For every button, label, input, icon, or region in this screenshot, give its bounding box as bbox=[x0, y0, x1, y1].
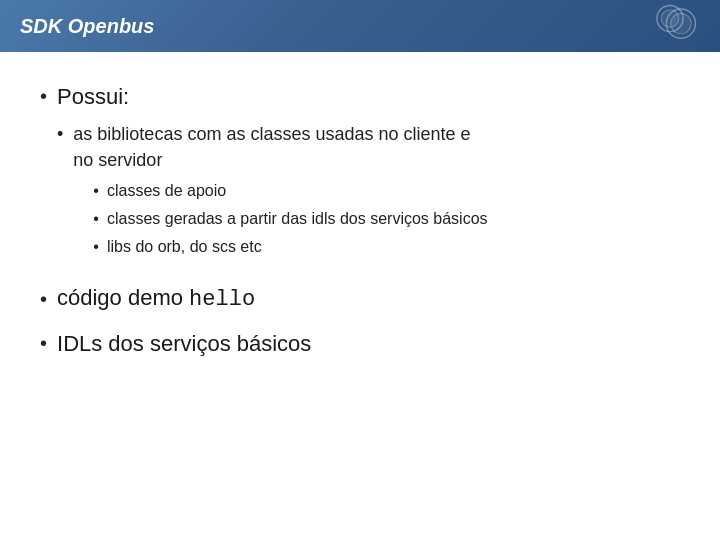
list-item-idls: • IDLs dos serviços básicos bbox=[40, 329, 680, 360]
classes-apoio-text: classes de apoio bbox=[107, 179, 226, 203]
classes-geradas-text: classes geradas a partir das idls dos se… bbox=[107, 207, 488, 231]
libs-text: libs do orb, do scs etc bbox=[107, 235, 262, 259]
svg-point-3 bbox=[661, 10, 678, 27]
bibliotecas-container: as bibliotecas com as classes usadas no … bbox=[73, 121, 487, 263]
header: SDK Openbus bbox=[0, 0, 720, 52]
bullet-l3-2: • bbox=[93, 207, 99, 231]
bullet-l3-3: • bbox=[93, 235, 99, 259]
bibliotecas-children: • classes de apoio • classes geradas a p… bbox=[93, 179, 487, 263]
list-item-classes-apoio: • classes de apoio bbox=[93, 179, 487, 203]
list-item-libs: • libs do orb, do scs etc bbox=[93, 235, 487, 259]
list-item-possui: • Possui: • as bibliotecas com as classe… bbox=[40, 82, 680, 269]
list-item-bibliotecas: • as bibliotecas com as classes usadas n… bbox=[57, 121, 488, 263]
codigo-text: código demo hello bbox=[57, 285, 255, 312]
possui-label: Possui: bbox=[57, 82, 488, 113]
bullet-l3-1: • bbox=[93, 179, 99, 203]
main-list: • Possui: • as bibliotecas com as classe… bbox=[40, 82, 680, 360]
bullet-l1-idls: • bbox=[40, 329, 47, 357]
idls-text: IDLs dos serviços básicos bbox=[57, 329, 311, 360]
possui-block: Possui: • as bibliotecas com as classes … bbox=[57, 82, 488, 269]
bullet-l1-possui: • bbox=[40, 82, 47, 110]
main-content: • Possui: • as bibliotecas com as classe… bbox=[0, 52, 720, 406]
bibliotecas-text: as bibliotecas com as classes usadas no … bbox=[73, 121, 487, 173]
list-item-codigo: • código demo hello bbox=[40, 285, 680, 313]
list-item-classes-geradas: • classes geradas a partir das idls dos … bbox=[93, 207, 487, 231]
header-title: SDK Openbus bbox=[20, 15, 154, 38]
hello-mono: hello bbox=[189, 287, 255, 312]
possui-children: • as bibliotecas com as classes usadas n… bbox=[57, 121, 488, 269]
bullet-l1-codigo: • bbox=[40, 285, 47, 313]
header-logo bbox=[640, 4, 700, 48]
bullet-l2-bibliotecas: • bbox=[57, 121, 63, 147]
